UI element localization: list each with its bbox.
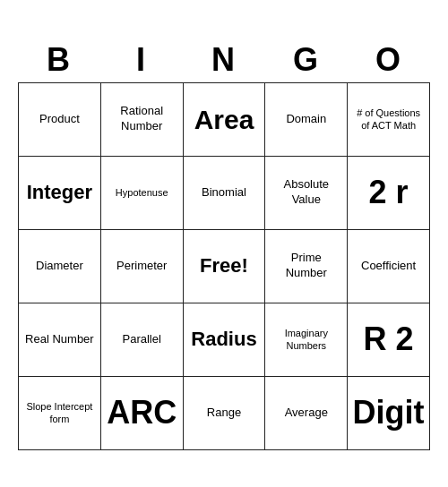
cell-1-3: Absolute Value — [265, 157, 348, 230]
cell-2-4: Coefficient — [348, 230, 430, 303]
header-letter-B: B — [18, 38, 100, 82]
cell-1-4: 2 r — [348, 157, 430, 230]
cell-0-3: Domain — [265, 83, 348, 157]
cell-4-3: Average — [265, 377, 348, 450]
cell-0-2: Area — [184, 83, 266, 157]
cell-3-2: Radius — [184, 303, 266, 377]
cell-1-0: Integer — [19, 157, 101, 230]
cell-3-1: Parallel — [101, 303, 184, 377]
bingo-grid: ProductRational NumberAreaDomain# of Que… — [18, 82, 430, 450]
cell-4-4: Digit — [348, 377, 430, 450]
header-letter-N: N — [183, 38, 265, 82]
cell-0-1: Rational Number — [101, 83, 184, 157]
cell-2-3: Prime Number — [265, 230, 348, 303]
cell-3-0: Real Number — [19, 303, 101, 377]
cell-3-3: Imaginary Numbers — [265, 303, 348, 377]
cell-4-2: Range — [184, 377, 266, 450]
cell-2-2: Free! — [184, 230, 266, 303]
cell-2-0: Diameter — [19, 230, 101, 303]
bingo-header: BINGO — [18, 38, 430, 82]
cell-4-1: ARC — [101, 377, 184, 450]
bingo-card: BINGO ProductRational NumberAreaDomain# … — [18, 38, 430, 450]
cell-4-0: Slope Intercept form — [19, 377, 101, 450]
header-letter-O: O — [348, 38, 430, 82]
cell-1-2: Binomial — [184, 157, 266, 230]
header-letter-I: I — [100, 38, 183, 82]
cell-1-1: Hypotenuse — [101, 157, 184, 230]
cell-3-4: R 2 — [348, 303, 430, 377]
cell-0-0: Product — [19, 83, 101, 157]
cell-2-1: Perimeter — [101, 230, 184, 303]
cell-0-4: # of Questions of ACT Math — [348, 83, 430, 157]
header-letter-G: G — [265, 38, 348, 82]
